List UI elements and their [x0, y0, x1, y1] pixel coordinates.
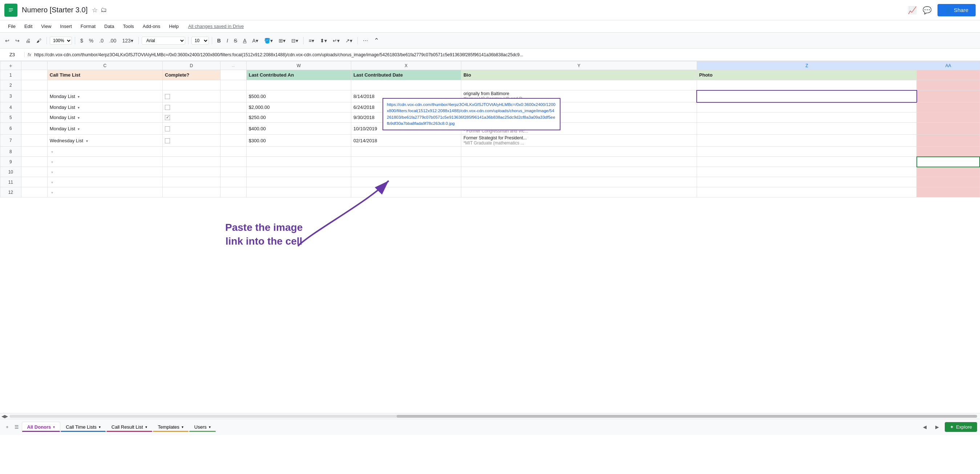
cell-7-z[interactable]	[697, 135, 917, 147]
col-header-aa[interactable]: AA	[917, 61, 980, 70]
cell-3-d[interactable]	[163, 90, 221, 102]
horizontal-scrollbar[interactable]: ◀ ▶	[0, 413, 980, 419]
cell-10-y[interactable]	[461, 167, 697, 177]
redo-button[interactable]: ↪	[13, 36, 22, 45]
font-size-select[interactable]: 10	[191, 36, 209, 44]
tab-call-result-arrow[interactable]: ▾	[145, 425, 147, 429]
percent-button[interactable]: %	[87, 36, 95, 45]
add-sheet-button[interactable]: +	[3, 423, 12, 431]
cell-11-aa[interactable]	[917, 177, 980, 187]
formula-content[interactable]: https://cdn.vox-cdn.com/thumbor/4erpz3O4…	[34, 52, 977, 57]
menu-insert[interactable]: Insert	[56, 22, 76, 30]
cell-4-z[interactable]	[697, 102, 917, 113]
tab-call-result-list[interactable]: Call Result List ▾	[106, 422, 153, 432]
tab-call-time-arrow[interactable]: ▾	[99, 425, 100, 429]
tab-all-donors[interactable]: All Donors ▾	[22, 422, 60, 432]
cell-12-c[interactable]: ▾	[47, 187, 162, 197]
cell-2-d[interactable]	[163, 80, 221, 90]
cell-5-d[interactable]	[163, 113, 221, 123]
fill-color-button[interactable]: 🪣▾	[262, 36, 275, 45]
cell-2-y[interactable]	[461, 80, 697, 90]
tab-templates[interactable]: Templates ▾	[153, 422, 189, 432]
col-header-z[interactable]: Z	[697, 61, 917, 70]
cell-9-z[interactable]	[697, 157, 917, 167]
cell-12-w[interactable]	[246, 187, 351, 197]
cell-6-d[interactable]	[163, 123, 221, 135]
wrap-button[interactable]: ↵▾	[331, 36, 342, 45]
cell-2-aa[interactable]	[917, 80, 980, 90]
prev-sheet-button[interactable]: ◀	[920, 423, 929, 431]
cell-1-w[interactable]: Last Contributed An	[246, 70, 351, 80]
cell-12-aa[interactable]	[917, 187, 980, 197]
cell-11-x[interactable]	[351, 177, 461, 187]
cell-5-w[interactable]: $250.00	[246, 113, 351, 123]
cell-10-z[interactable]	[697, 167, 917, 177]
checkbox-4[interactable]	[165, 105, 170, 110]
cell-7-aa[interactable]	[917, 135, 980, 147]
strikethrough-button[interactable]: S	[232, 36, 239, 45]
menu-data[interactable]: Data	[100, 22, 118, 30]
print-button[interactable]: 🖨	[23, 36, 33, 45]
checkbox-6[interactable]	[165, 126, 170, 132]
bold-button[interactable]: B	[215, 36, 223, 45]
cell-3-aa[interactable]	[917, 90, 980, 102]
cell-4-w[interactable]: $2,000.00	[246, 102, 351, 113]
tab-users-arrow[interactable]: ▾	[209, 425, 211, 429]
scrollbar-track[interactable]	[10, 415, 977, 418]
cell-2-z[interactable]	[697, 80, 917, 90]
cell-7-w[interactable]: $300.00	[246, 135, 351, 147]
cell-11-c[interactable]: ▾	[47, 177, 162, 187]
cell-12-y[interactable]	[461, 187, 697, 197]
text-color-button[interactable]: A▾	[250, 36, 260, 45]
scrollbar-thumb[interactable]	[397, 415, 977, 418]
menu-tools[interactable]: Tools	[119, 22, 137, 30]
cell-6-z[interactable]	[697, 123, 917, 135]
tab-users[interactable]: Users ▾	[189, 422, 216, 432]
cell-10-w[interactable]	[246, 167, 351, 177]
cell-reference[interactable]: Z3	[3, 52, 25, 57]
cell-7-x[interactable]: 02/14/2018	[351, 135, 461, 147]
more-button[interactable]: ⋯	[361, 36, 370, 45]
cell-10-c[interactable]: ▾	[47, 167, 162, 177]
sheets-list-button[interactable]: ☰	[12, 423, 22, 431]
cell-1-aa[interactable]	[917, 70, 980, 80]
folder-icon[interactable]: 🗂	[100, 6, 107, 14]
checkbox-3[interactable]	[165, 94, 170, 99]
cell-3-z[interactable]	[697, 90, 917, 102]
currency-button[interactable]: $	[78, 36, 85, 45]
zoom-select[interactable]: 100%	[50, 36, 72, 44]
checkbox-5[interactable]	[165, 115, 170, 120]
comment-icon[interactable]: 💬	[923, 6, 932, 14]
borders-button[interactable]: ⊞▾	[277, 36, 288, 45]
cell-1-d[interactable]: Complete?	[163, 70, 221, 80]
checkbox-7[interactable]	[165, 138, 170, 143]
cell-9-aa[interactable]	[917, 157, 980, 167]
cell-3-c[interactable]: Monday List ▾	[47, 90, 162, 102]
star-icon[interactable]: ☆	[92, 6, 98, 14]
cell-2-c[interactable]	[47, 80, 162, 90]
menu-file[interactable]: File	[4, 22, 19, 30]
cell-7-y[interactable]: Former Strategist for President...*MIT G…	[461, 135, 697, 147]
menu-help[interactable]: Help	[165, 22, 182, 30]
cell-11-y[interactable]	[461, 177, 697, 187]
next-sheet-button[interactable]: ▶	[932, 423, 942, 431]
font-select[interactable]: Arial	[142, 36, 185, 44]
cell-3-w[interactable]: $500.00	[246, 90, 351, 102]
italic-button[interactable]: I	[224, 36, 230, 45]
url-popup[interactable]: https://cdn.vox-cdn.com/thumbor/4erpz3O4…	[382, 98, 560, 130]
cell-9-y[interactable]	[461, 157, 697, 167]
cell-1-y[interactable]: Bio	[461, 70, 697, 80]
cell-9-w[interactable]	[246, 157, 351, 167]
cell-7-c[interactable]: Wednesday List ▾	[47, 135, 162, 147]
drive-status[interactable]: All changes saved in Drive	[188, 24, 244, 29]
cell-11-d[interactable]	[163, 177, 221, 187]
cell-12-z[interactable]	[697, 187, 917, 197]
cell-8-w[interactable]	[246, 147, 351, 157]
cell-8-c[interactable]: ▾	[47, 147, 162, 157]
tab-all-donors-arrow[interactable]: ▾	[53, 425, 55, 429]
cell-8-x[interactable]	[351, 147, 461, 157]
underline-button[interactable]: A	[241, 36, 248, 45]
cell-6-aa[interactable]	[917, 123, 980, 135]
share-button[interactable]: 👤 Share	[937, 4, 976, 16]
cell-9-d[interactable]	[163, 157, 221, 167]
